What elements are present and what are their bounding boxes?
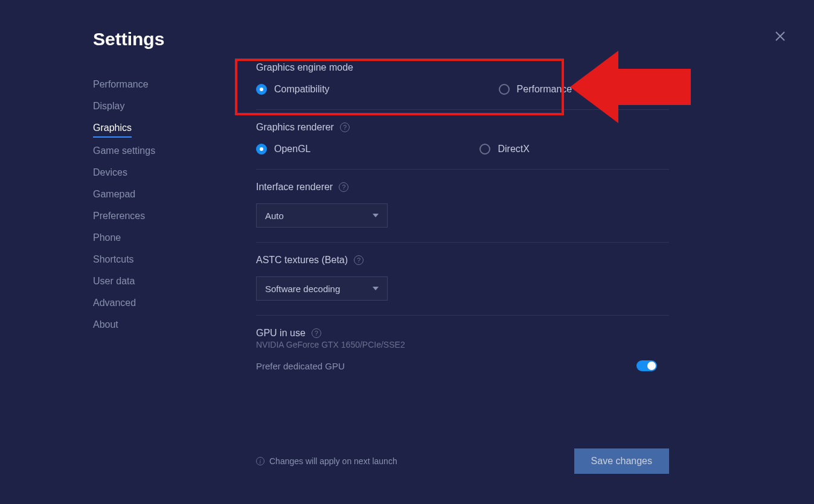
interface-renderer-dropdown[interactable]: Auto (256, 203, 388, 228)
graphics-renderer-label: Graphics renderer (256, 122, 334, 133)
nav-item-game-settings[interactable]: Game settings (93, 140, 238, 162)
nav-list: PerformanceDisplayGraphicsGame settingsD… (93, 74, 238, 336)
radio-compatibility[interactable]: Compatibility (256, 84, 330, 95)
radio-performance-label: Performance (517, 84, 572, 95)
info-icon: i (256, 457, 264, 465)
radio-compatibility-label: Compatibility (274, 84, 330, 95)
gpu-value: NVIDIA GeForce GTX 1650/PCIe/SSE2 (256, 340, 669, 349)
section-astc: ASTC textures (Beta) ? Software decoding (256, 243, 669, 316)
astc-value: Software decoding (265, 284, 340, 294)
settings-sidebar: Settings PerformanceDisplayGraphicsGame … (93, 29, 256, 504)
prefer-gpu-label: Prefer dedicated GPU (256, 361, 345, 371)
prefer-gpu-toggle[interactable] (636, 360, 657, 371)
radio-opengl-label: OpenGL (274, 144, 310, 155)
caret-down-icon (373, 214, 379, 217)
caret-down-icon (373, 287, 379, 290)
help-icon[interactable]: ? (354, 255, 364, 265)
nav-item-shortcuts[interactable]: Shortcuts (93, 249, 238, 270)
section-gpu: GPU in use ? NVIDIA GeForce GTX 1650/PCI… (256, 316, 669, 386)
gpu-label: GPU in use (256, 328, 306, 339)
radio-opengl[interactable]: OpenGL (256, 144, 310, 155)
nav-item-about[interactable]: About (93, 314, 238, 336)
radio-directx-label: DirectX (498, 144, 529, 155)
engine-mode-label: Graphics engine mode (256, 62, 669, 73)
save-changes-button[interactable]: Save changes (574, 448, 669, 474)
radio-directx[interactable]: DirectX (479, 144, 529, 155)
interface-renderer-label: Interface renderer (256, 182, 333, 193)
nav-item-phone[interactable]: Phone (93, 227, 238, 249)
nav-item-gamepad[interactable]: Gamepad (93, 183, 238, 205)
section-interface-renderer: Interface renderer ? Auto (256, 170, 669, 243)
help-icon[interactable]: ? (340, 123, 350, 132)
nav-item-performance[interactable]: Performance (93, 74, 238, 95)
radio-performance[interactable]: Performance (499, 84, 572, 95)
interface-renderer-value: Auto (265, 211, 284, 221)
nav-item-user-data[interactable]: User data (93, 270, 238, 292)
footer-hint: Changes will apply on next launch (269, 456, 397, 466)
settings-main: Graphics engine mode Compatibility Perfo… (256, 29, 814, 504)
astc-label: ASTC textures (Beta) (256, 255, 348, 266)
section-engine-mode: Graphics engine mode Compatibility Perfo… (256, 62, 669, 110)
nav-item-devices[interactable]: Devices (93, 162, 238, 183)
nav-item-preferences[interactable]: Preferences (93, 205, 238, 227)
help-icon[interactable]: ? (339, 182, 348, 192)
nav-item-display[interactable]: Display (93, 95, 238, 117)
section-graphics-renderer: Graphics renderer ? OpenGL DirectX (256, 110, 669, 170)
page-title: Settings (93, 29, 238, 49)
astc-dropdown[interactable]: Software decoding (256, 276, 388, 301)
help-icon[interactable]: ? (312, 328, 321, 338)
nav-item-graphics[interactable]: Graphics (93, 117, 132, 138)
nav-item-advanced[interactable]: Advanced (93, 292, 238, 314)
